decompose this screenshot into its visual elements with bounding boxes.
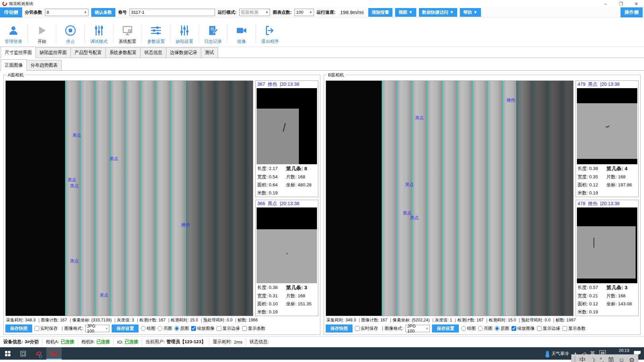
toolbar-button-参数设置[interactable]: 参数设置 — [144, 25, 168, 45]
defect-card[interactable]: 479 黑点 |20:13:38 长度: 0.38 第几条: 4 宽度: 0.3… — [576, 80, 639, 197]
defect-thumbnail[interactable] — [257, 88, 317, 164]
defect-card[interactable]: 478 挫伤 |20:13:38 长度: 0.57 第几条: 3 宽度: 0.2… — [576, 200, 639, 316]
subtab-正面图像[interactable]: 正面图像 — [1, 59, 27, 71]
defect-header: 366 黑点 |20:13:38 — [257, 200, 317, 207]
slit-count-select[interactable]: 8 ▼ — [45, 9, 89, 16]
tab-产品型号配置[interactable]: 产品型号配置 — [70, 47, 106, 58]
bright-image-radio[interactable]: 亮图 — [478, 325, 492, 331]
toolbar-button-管理登录[interactable]: 管理登录 — [1, 25, 25, 45]
realtime-save-checkbox[interactable]: 实时保存 — [355, 325, 378, 331]
tab-边缘数据记录[interactable]: 边缘数据记录 — [166, 47, 201, 58]
show-strips-checkbox[interactable]: 显示条数 — [562, 325, 586, 331]
save-settings-button[interactable]: 保存设置 — [432, 324, 459, 333]
coord-label: 坐标: — [606, 301, 617, 306]
start-button[interactable] — [0, 347, 15, 360]
save-settings-button[interactable]: 保存设置 — [112, 324, 139, 333]
roll-number-label: 卷号 — [118, 9, 127, 15]
image-format-select[interactable]: JPG 100 ∨ — [406, 325, 430, 332]
defect-thumbnail[interactable] — [577, 88, 637, 164]
toolbar-button-提像[interactable]: 提像 — [229, 25, 254, 45]
defect-time: |20:13:38 — [280, 81, 299, 87]
tab-测试[interactable]: 测试 — [201, 47, 218, 58]
toolbar-button-开始[interactable]: 开始 — [30, 25, 54, 45]
show-edge-checkbox[interactable]: 显示边缘 — [217, 325, 240, 331]
run-speed-value: 198.9m/mi — [338, 9, 366, 15]
save-snapshot-button[interactable]: 保存快照 — [5, 324, 32, 333]
ime-item[interactable]: ☽ — [590, 356, 596, 362]
show-edge-checkbox[interactable]: 显示边缘 — [537, 325, 560, 331]
meters-value: 0.19 — [589, 190, 598, 195]
weather-widget[interactable]: 天气寒冷 — [546, 351, 569, 357]
save-snapshot-button[interactable]: 保存快照 — [326, 324, 353, 333]
image-defect-label: 黑点 — [70, 183, 79, 189]
checkbox-icon[interactable] — [35, 326, 39, 331]
ime-item[interactable]: ⚙ — [629, 356, 635, 362]
width-value: 0.21 — [589, 293, 598, 298]
task-view-button[interactable] — [15, 347, 31, 360]
image-format-label: ｜图像格式: — [380, 325, 403, 331]
area-value: 0.64 — [269, 182, 278, 187]
realtime-save-checkbox[interactable]: 实时保存 — [35, 325, 58, 331]
camera-a-image[interactable]: 黑点黑点黑点黑点挫伤黑点黑点 — [5, 80, 253, 316]
close-button[interactable]: ✕ — [629, 0, 644, 7]
toolbar-button-调试模式[interactable]: 调试模式 — [87, 25, 111, 45]
ime-item[interactable]: °, — [600, 356, 604, 362]
original-image-radio[interactable]: 原图 — [174, 325, 189, 331]
ime-item[interactable]: ☺ — [619, 356, 625, 362]
current-user-value: 管理员【123-123】 — [166, 339, 206, 345]
run-mode-label: 运行模式: — [218, 9, 236, 15]
exit-icon — [264, 25, 276, 37]
confirm-count-button[interactable]: 确认条数 — [91, 8, 115, 17]
tab-状态信息[interactable]: 状态信息 — [140, 47, 166, 58]
toolbar-button-系统配置[interactable]: 系统配置 — [115, 25, 140, 45]
image-format-label: ｜图像格式: — [60, 325, 83, 331]
zoom-image-checkbox[interactable]: 缩放图像 — [191, 325, 214, 331]
chart-points-select[interactable]: 100 ▼ — [294, 9, 314, 16]
toolbar-button-label: 缺陷设置 — [176, 39, 193, 45]
ime-item[interactable]: 简 — [608, 356, 614, 362]
camera-b-image[interactable]: 挫伤黑点黑点黑点黑点 — [326, 80, 574, 316]
show-strips-checkbox[interactable]: 显示条数 — [242, 325, 265, 331]
defect-thumbnail[interactable] — [257, 207, 317, 284]
operate-side-button[interactable]: 操作侧 — [621, 7, 643, 17]
snipping-tool-button[interactable] — [31, 347, 46, 360]
dark-image-radio[interactable]: 暗图 — [141, 325, 155, 331]
drive-side-button[interactable]: 传动侧 — [0, 7, 22, 17]
camera-b-controls: 保存快照 实时保存 ｜图像格式: JPG 100 ∨ 保存设置 暗图 亮图 原图… — [326, 324, 639, 333]
defect-card[interactable]: 367 挫伤 |20:13:38 长度: 2.17 第几条: 8 宽度: 0.5… — [255, 80, 318, 197]
area-label: 面积: — [257, 182, 268, 187]
tab-缺陷监控界面[interactable]: 缺陷监控界面 — [36, 47, 71, 58]
strip-value: 8 — [304, 166, 307, 171]
maximize-button[interactable]: ❐ — [613, 0, 629, 7]
capture-icon — [236, 25, 247, 37]
app-logo-icon — [2, 1, 7, 6]
image-format-select[interactable]: JPG 100 ∨ — [85, 325, 109, 332]
view-menu-button[interactable]: 视图 ▼ — [395, 8, 416, 17]
original-image-radio[interactable]: 原图 — [495, 325, 509, 331]
zoom-image-checkbox[interactable]: 缩放图像 — [512, 325, 535, 331]
data-quick-access-button[interactable]: 数据快捷访问 ▼ — [419, 8, 457, 17]
dark-image-radio[interactable]: 暗图 — [461, 325, 476, 331]
defect-thumbnail[interactable] — [577, 207, 637, 284]
ime-item[interactable]: 中 — [580, 356, 586, 362]
help-menu-button[interactable]: 帮助 ▼ — [460, 8, 481, 17]
area-label: 面积: — [257, 301, 268, 306]
defect-card[interactable]: 366 黑点 |20:13:38 长度: 0.38 第几条: 3 宽度: 0.3… — [255, 200, 318, 316]
vision-app-taskbar-button[interactable] — [46, 347, 62, 360]
tab-系统参数配置[interactable]: 系统参数配置 — [105, 47, 141, 58]
ime-drag-handle[interactable] — [574, 356, 576, 362]
time-text: 20:13 — [610, 348, 629, 354]
roll-number-input[interactable] — [129, 9, 215, 16]
toolbar-button-停止[interactable]: 停止 — [58, 25, 83, 45]
tab-尺寸监控界面[interactable]: 尺寸监控界面 — [1, 47, 36, 58]
toolbar-button-日志记录[interactable]: 日志记录 — [201, 25, 225, 45]
minimize-button[interactable]: – — [598, 0, 613, 7]
run-mode-select[interactable]: 双面检测 ▼ — [239, 9, 270, 16]
toolbar-button-退出程序[interactable]: 退出程序 — [258, 25, 282, 45]
ime-toolbar[interactable]: 中☽°,简☺⚙ — [571, 354, 638, 362]
bright-image-radio[interactable]: 亮图 — [158, 325, 172, 331]
toolbar-button-缺陷设置[interactable]: 缺陷设置 — [172, 25, 197, 45]
clear-alarm-button[interactable]: 清除报警 — [368, 8, 392, 17]
subtab-分布趋势图表[interactable]: 分布趋势图表 — [26, 60, 62, 70]
defect-time: |20:13:38 — [280, 201, 299, 206]
